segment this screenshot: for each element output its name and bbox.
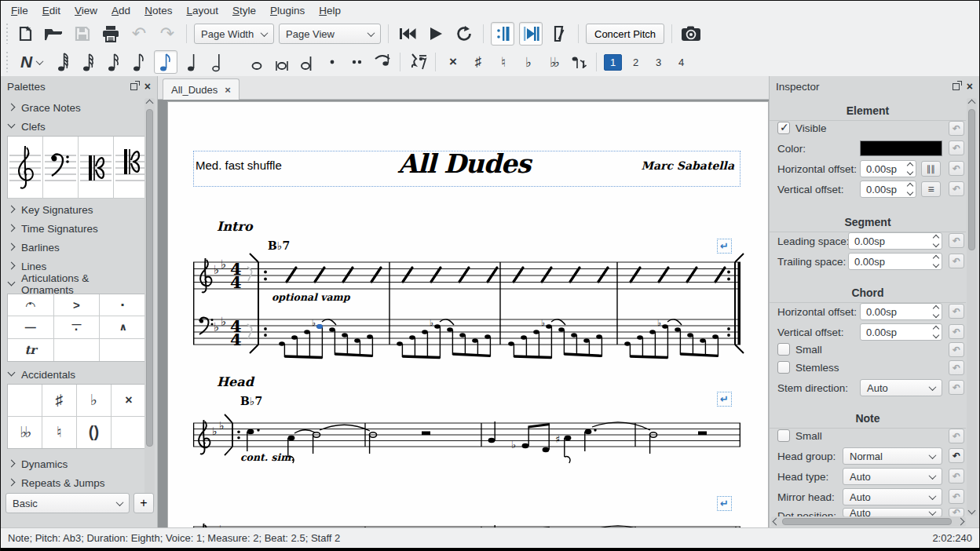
double-sharp-button[interactable]: × [443,51,463,73]
menu-view[interactable]: View [68,2,104,19]
marcato-cell[interactable]: ∧ [100,316,146,338]
palette-clefs[interactable]: Clefs [4,117,144,136]
scrollbar-thumb[interactable] [146,109,153,447]
loop-playback-button[interactable] [452,22,476,46]
empty-cell[interactable] [100,339,146,361]
rehearsal-intro[interactable]: Intro [217,219,253,234]
portato-cell[interactable]: —· [54,316,101,338]
color-swatch[interactable] [860,140,942,156]
tab-all-dudes[interactable]: All_Dudes × [163,78,240,100]
play-repeats-toggle[interactable] [491,22,514,46]
redo-button[interactable]: ↷ [155,22,179,46]
duration-quarter-button[interactable] [182,51,203,73]
palette-barlines[interactable]: Barlines [4,238,144,257]
double-flat-cell[interactable]: ♭♭ [8,417,42,449]
double-dot-button[interactable] [347,51,368,73]
flip-direction-button[interactable] [569,51,589,73]
reset-leading-button[interactable]: ↶ [949,233,964,248]
reset-chord-v-button[interactable]: ↶ [949,324,964,339]
scrollbar-thumb[interactable] [782,518,952,525]
note-input-mode-button[interactable]: N [14,50,49,74]
flat-cell[interactable]: ♭ [77,385,112,417]
accent-cell[interactable]: > [54,294,101,316]
voice-3-button[interactable]: 3 [649,54,667,71]
stem-direction-select[interactable]: Auto [860,379,942,396]
new-score-button[interactable] [14,22,38,46]
workspace-select[interactable]: Basic [5,493,130,513]
reset-h-offset-button[interactable]: ↶ [949,161,964,176]
empty-cell[interactable] [8,385,42,417]
reset-mirror-head-button[interactable]: ↶ [949,489,964,504]
tenuto-cell[interactable]: — [8,316,54,338]
rewind-button[interactable] [396,22,419,46]
empty-cell[interactable] [112,417,146,449]
duration-32nd-button[interactable] [104,51,124,73]
empty-cell[interactable] [54,339,101,361]
bass-clef-cell[interactable] [43,137,79,199]
leading-space-spinner[interactable]: 0.00sp [848,232,942,250]
double-sharp-cell[interactable]: × [112,385,146,417]
double-flat-button[interactable]: ♭♭ [543,51,564,73]
palette-accidentals[interactable]: Accidentals [4,365,144,384]
menu-plugins[interactable]: Plugins [263,2,312,19]
reset-head-type-button[interactable]: ↶ [949,469,964,483]
save-button[interactable] [71,22,94,46]
palette-repeats-jumps[interactable]: Repeats & Jumps [4,473,144,492]
alto-clef-cell[interactable] [79,137,114,199]
voice-4-button[interactable]: 4 [672,54,690,71]
duration-128th-button[interactable] [53,51,74,73]
duration-whole-button[interactable] [247,51,267,73]
close-panel-icon[interactable]: × [144,81,151,92]
concert-pitch-button[interactable]: Concert Pitch [586,24,664,44]
element-h-offset-spinner[interactable]: 0.00sp [860,160,916,177]
reset-note-small-button[interactable]: ↶ [949,429,964,443]
menu-help[interactable]: Help [312,2,348,19]
voice-1-button[interactable]: 1 [604,54,622,71]
reset-chord-h-button[interactable]: ↶ [949,304,964,319]
voice-2-button[interactable]: 2 [627,54,645,71]
bracket-accidental-cell[interactable]: () [77,417,112,449]
snap-horizontal-grid-button[interactable]: ∥∥ [921,161,941,177]
duration-longa-button[interactable] [297,51,317,73]
natural-button[interactable]: ♮ [493,51,514,73]
duration-half-button[interactable] [207,51,228,73]
palette-time-signatures[interactable]: Time Signatures [4,219,144,238]
vamp-text[interactable]: optional vamp [272,291,350,303]
palette-key-signatures[interactable]: Key Signatures [4,200,144,219]
reset-visible-button[interactable]: ↶ [949,121,964,136]
element-v-offset-spinner[interactable]: 0.00sp [860,181,916,198]
tab-close-icon[interactable]: × [225,85,231,95]
menu-notes[interactable]: Notes [137,2,179,19]
scrollbar-thumb[interactable] [968,109,975,250]
visible-checkbox[interactable] [777,122,790,134]
rest-button[interactable] [408,51,428,73]
reset-head-group-button[interactable]: ↶ [949,448,964,463]
scroll-up-icon[interactable] [968,100,976,108]
reset-chord-small-button[interactable]: ↶ [949,342,964,357]
image-capture-button[interactable] [679,22,703,46]
rehearsal-head[interactable]: Head [217,374,254,389]
fermata-cell[interactable]: ◠· [8,294,54,316]
play-button[interactable] [424,22,448,46]
system-break-icon-3[interactable]: ↵ [717,496,732,511]
metronome-button[interactable] [547,22,571,46]
palette-dynamics[interactable]: Dynamics [4,454,144,473]
palette-articulations[interactable]: Articulations & Ornaments [4,275,144,294]
mirror-head-select[interactable]: Auto [843,488,942,505]
augmentation-dot-button[interactable] [322,51,342,73]
chord-small-checkbox[interactable] [777,343,790,356]
palettes-scrollbar[interactable] [144,98,155,508]
menu-file[interactable]: File [4,2,35,19]
sharp-cell[interactable]: ♯ [42,385,77,417]
trailing-space-spinner[interactable]: 0.00sp [848,253,942,270]
chord-h-offset-spinner[interactable]: 0.00sp [860,303,942,320]
print-button[interactable] [99,22,122,46]
menu-layout[interactable]: Layout [179,2,225,19]
reset-trailing-button[interactable]: ↶ [949,254,964,268]
system-break-icon-1[interactable]: ↵ [717,239,732,254]
scroll-down-icon[interactable] [968,507,976,515]
float-panel-icon[interactable] [130,83,137,90]
stemless-checkbox[interactable] [777,361,790,374]
chord-symbol-head[interactable]: B♭7 [240,395,262,407]
close-panel-icon[interactable]: × [967,81,973,92]
